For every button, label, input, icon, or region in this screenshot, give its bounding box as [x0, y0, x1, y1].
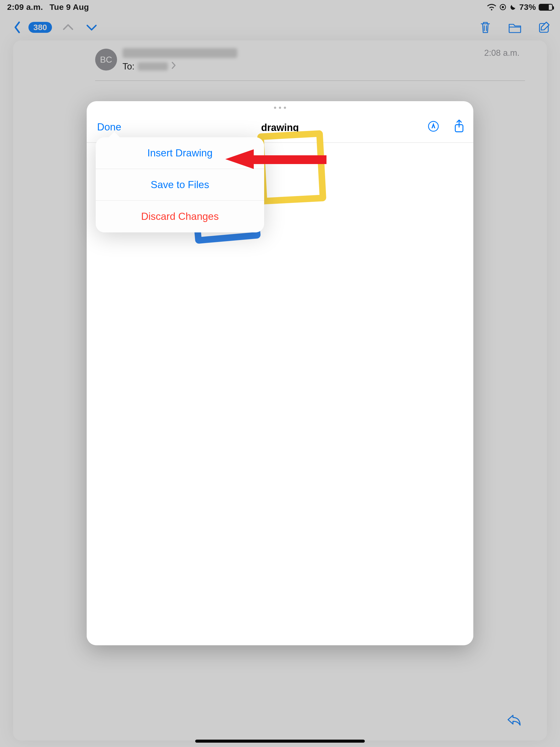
discard-changes-item[interactable]: Discard Changes — [96, 201, 264, 232]
share-button[interactable] — [454, 119, 464, 134]
home-indicator[interactable] — [195, 740, 365, 743]
done-popover: Insert Drawing Save to Files Discard Cha… — [96, 137, 264, 232]
yellow-drawing-stroke — [257, 130, 326, 205]
markup-button[interactable] — [427, 120, 439, 133]
save-to-files-item[interactable]: Save to Files — [96, 169, 264, 201]
sheet-title: drawing — [87, 122, 473, 133]
insert-drawing-item[interactable]: Insert Drawing — [96, 137, 264, 169]
